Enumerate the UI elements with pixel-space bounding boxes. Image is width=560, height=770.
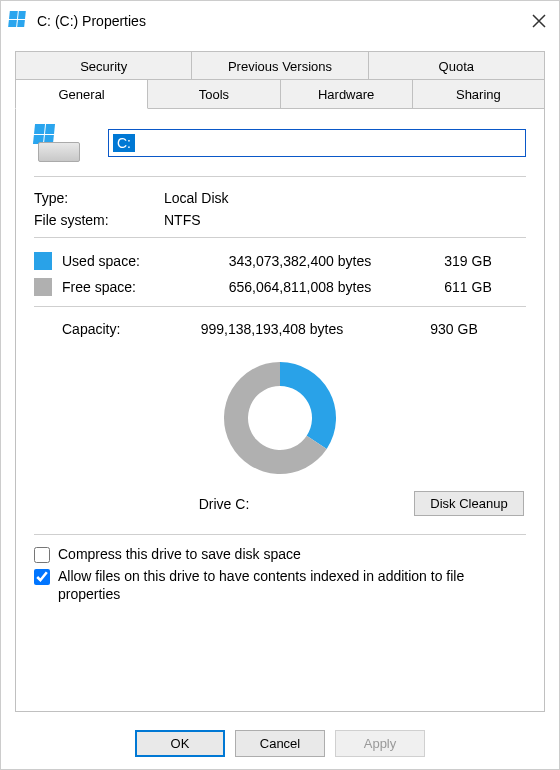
drive-name-input[interactable]: C: [108, 129, 526, 157]
tab-quota[interactable]: Quota [368, 51, 545, 81]
tab-tools[interactable]: Tools [147, 79, 280, 109]
usage-donut-chart [34, 353, 526, 483]
separator [34, 306, 526, 307]
cancel-button[interactable]: Cancel [235, 730, 325, 757]
separator [34, 237, 526, 238]
drive-icon-large [34, 124, 80, 162]
used-swatch-icon [34, 252, 52, 270]
drive-label: Drive C: [34, 496, 414, 512]
window-title: C: (C:) Properties [29, 13, 527, 29]
capacity-label: Capacity: [34, 321, 162, 337]
free-swatch-icon [34, 278, 52, 296]
tab-sharing[interactable]: Sharing [412, 79, 545, 109]
separator [34, 176, 526, 177]
free-space-gb: 611 GB [410, 279, 526, 295]
compress-checkbox[interactable] [34, 547, 50, 563]
dialog-button-bar: OK Cancel Apply [15, 712, 545, 769]
drive-icon [9, 11, 29, 31]
tab-previous-versions[interactable]: Previous Versions [191, 51, 368, 81]
free-space-bytes: 656,064,811,008 bytes [190, 279, 410, 295]
used-space-bytes: 343,073,382,400 bytes [190, 253, 410, 269]
tab-strip: Security Previous Versions Quota General… [15, 51, 545, 109]
capacity-bytes: 999,138,193,408 bytes [162, 321, 382, 337]
type-label: Type: [34, 190, 164, 206]
titlebar: C: (C:) Properties [1, 1, 559, 41]
compress-label[interactable]: Compress this drive to save disk space [58, 545, 526, 563]
close-icon[interactable] [527, 9, 551, 33]
tab-general[interactable]: General [15, 79, 148, 109]
capacity-gb: 930 GB [382, 321, 526, 337]
index-checkbox[interactable] [34, 569, 50, 585]
ok-button[interactable]: OK [135, 730, 225, 757]
tab-security[interactable]: Security [15, 51, 192, 81]
type-value: Local Disk [164, 190, 526, 206]
tab-hardware[interactable]: Hardware [280, 79, 413, 109]
used-space-gb: 319 GB [410, 253, 526, 269]
separator [34, 534, 526, 535]
drive-name-value: C: [113, 134, 135, 152]
apply-button[interactable]: Apply [335, 730, 425, 757]
filesystem-value: NTFS [164, 212, 526, 228]
used-space-label: Used space: [62, 253, 190, 269]
free-space-label: Free space: [62, 279, 190, 295]
disk-cleanup-button[interactable]: Disk Cleanup [414, 491, 524, 516]
filesystem-label: File system: [34, 212, 164, 228]
properties-window: C: (C:) Properties Security Previous Ver… [0, 0, 560, 770]
index-label[interactable]: Allow files on this drive to have conten… [58, 567, 526, 603]
general-panel: C: Type: Local Disk File system: NTFS Us… [15, 108, 545, 712]
